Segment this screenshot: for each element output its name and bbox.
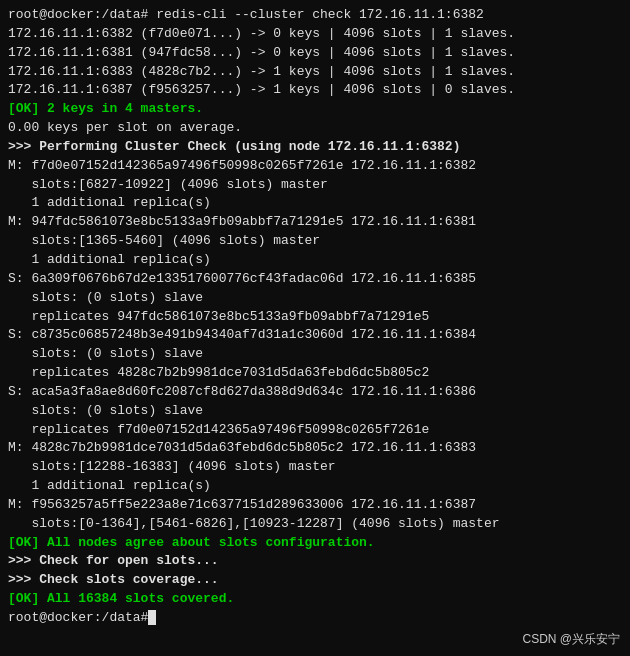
terminal-line: root@docker:/data#: [8, 609, 622, 628]
terminal-line: [OK] All 16384 slots covered.: [8, 590, 622, 609]
terminal-line: S: 6a309f0676b67d2e133517600776cf43fadac…: [8, 270, 622, 289]
terminal-line: M: f7d0e07152d142365a97496f50998c0265f72…: [8, 157, 622, 176]
terminal-line: M: 4828c7b2b9981dce7031d5da63febd6dc5b80…: [8, 439, 622, 458]
terminal-line: >>> Check for open slots...: [8, 552, 622, 571]
terminal-line: replicates f7d0e07152d142365a97496f50998…: [8, 421, 622, 440]
terminal-line: 172.16.11.1:6387 (f9563257...) -> 1 keys…: [8, 81, 622, 100]
terminal-line: M: f9563257a5ff5e223a8e71c6377151d289633…: [8, 496, 622, 515]
terminal-line: >>> Performing Cluster Check (using node…: [8, 138, 622, 157]
terminal-line: slots:[12288-16383] (4096 slots) master: [8, 458, 622, 477]
terminal-line: root@docker:/data# redis-cli --cluster c…: [8, 6, 622, 25]
terminal-line: [OK] All nodes agree about slots configu…: [8, 534, 622, 553]
terminal-line: 1 additional replica(s): [8, 194, 622, 213]
terminal-line: slots:[0-1364],[5461-6826],[10923-12287]…: [8, 515, 622, 534]
terminal-line: [OK] 2 keys in 4 masters.: [8, 100, 622, 119]
terminal-line: slots:[6827-10922] (4096 slots) master: [8, 176, 622, 195]
terminal-line: 172.16.11.1:6381 (947fdc58...) -> 0 keys…: [8, 44, 622, 63]
terminal-line: replicates 4828c7b2b9981dce7031d5da63feb…: [8, 364, 622, 383]
terminal-line: M: 947fdc5861073e8bc5133a9fb09abbf7a7129…: [8, 213, 622, 232]
terminal-window: root@docker:/data# redis-cli --cluster c…: [0, 0, 630, 656]
terminal-line: slots: (0 slots) slave: [8, 345, 622, 364]
terminal-line: slots: (0 slots) slave: [8, 289, 622, 308]
terminal-line: 1 additional replica(s): [8, 251, 622, 270]
terminal-line: 1 additional replica(s): [8, 477, 622, 496]
terminal-line: replicates 947fdc5861073e8bc5133a9fb09ab…: [8, 308, 622, 327]
terminal-line: slots:[1365-5460] (4096 slots) master: [8, 232, 622, 251]
watermark: CSDN @兴乐安宁: [522, 631, 620, 648]
terminal-line: slots: (0 slots) slave: [8, 402, 622, 421]
terminal-line: 0.00 keys per slot on average.: [8, 119, 622, 138]
terminal-line: S: c8735c06857248b3e491b94340af7d31a1c30…: [8, 326, 622, 345]
terminal-line: 172.16.11.1:6383 (4828c7b2...) -> 1 keys…: [8, 63, 622, 82]
terminal-line: >>> Check slots coverage...: [8, 571, 622, 590]
terminal-line: S: aca5a3fa8ae8d60fc2087cf8d627da388d9d6…: [8, 383, 622, 402]
terminal-line: 172.16.11.1:6382 (f7d0e071...) -> 0 keys…: [8, 25, 622, 44]
